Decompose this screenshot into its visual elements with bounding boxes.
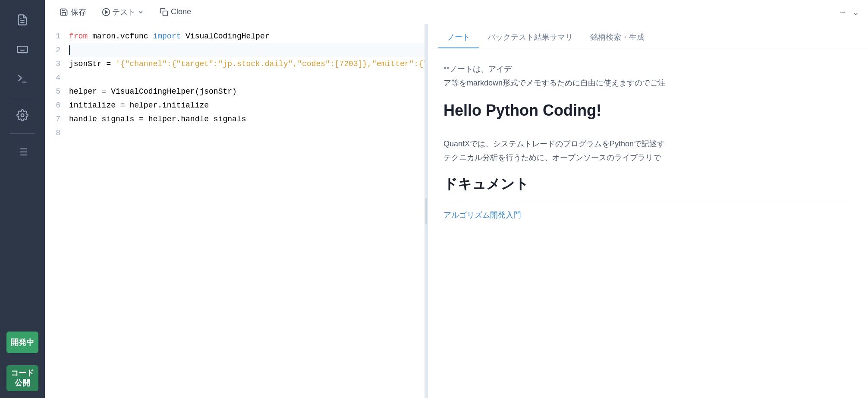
- play-icon: [102, 8, 110, 16]
- line-num-4: 4: [45, 71, 60, 85]
- code-line-4: [69, 71, 425, 85]
- two-panel: 1 2 3 4 5 6 7 8 from maron.vcfunc import: [45, 24, 868, 398]
- line-num-8: 8: [45, 126, 60, 140]
- expand-icon[interactable]: →: [838, 7, 847, 17]
- code-text: VisualCodingHelper: [181, 29, 269, 43]
- code-line-8: [69, 126, 425, 140]
- collapse-icon[interactable]: ⌄: [852, 7, 859, 17]
- right-panel: ノート バックテスト結果サマリ 銘柄検索・生成 **ノートは、アイデ ア等をma…: [428, 24, 868, 398]
- editor-panel[interactable]: 1 2 3 4 5 6 7 8 from maron.vcfunc import: [45, 24, 425, 398]
- keyword-from: from: [69, 29, 88, 43]
- right-tabs: ノート バックテスト結果サマリ 銘柄検索・生成: [428, 24, 868, 48]
- sidebar: 開発中 コード 公開: [0, 0, 45, 398]
- line-num-6: 6: [45, 98, 60, 112]
- svg-rect-2: [17, 46, 27, 53]
- save-icon: [60, 8, 68, 16]
- note-body: QuantXでは、システムトレードのプログラムをPythonで記述す テクニカル…: [443, 137, 852, 165]
- line-num-3: 3: [45, 57, 60, 71]
- test-button[interactable]: テスト: [96, 4, 150, 20]
- editor-toolbar: 保存 テスト Clone → ⌄: [45, 0, 868, 24]
- sidebar-divider-2: [9, 133, 35, 134]
- code-line-1: from maron.vcfunc import VisualCodingHel…: [69, 29, 425, 43]
- code-line-5: helper = VisualCodingHelper(jsonStr): [69, 85, 425, 98]
- clone-icon: [160, 8, 168, 16]
- clone-button[interactable]: Clone: [154, 5, 197, 19]
- code-line-2: [69, 43, 425, 57]
- code-publish-button[interactable]: コード 公開: [6, 365, 38, 391]
- save-button[interactable]: 保存: [53, 4, 92, 20]
- note-intro: **ノートは、アイデ ア等をmarkdown形式でメモするために自由に使えますの…: [443, 62, 852, 90]
- file-icon[interactable]: [9, 7, 35, 33]
- line-num-5: 5: [45, 85, 60, 98]
- tab-backtest[interactable]: バックテスト結果サマリ: [479, 27, 582, 48]
- code-text: maron.vcfunc: [88, 29, 153, 43]
- tab-notes[interactable]: ノート: [438, 27, 479, 48]
- string-value: '{"channel":{"target":"jp.stock.daily","…: [116, 57, 425, 71]
- line-num-2: 2: [45, 43, 60, 57]
- note-subheading: ドキュメント: [443, 175, 852, 194]
- line-num-7: 7: [45, 112, 60, 126]
- code-lines[interactable]: from maron.vcfunc import VisualCodingHel…: [67, 29, 425, 140]
- code-line-7: handle_signals = helper.handle_signals: [69, 112, 425, 126]
- sidebar-divider-1: [9, 97, 35, 97]
- svg-rect-13: [163, 11, 168, 16]
- algorithm-intro-link[interactable]: アルゴリズム開発入門: [443, 211, 521, 219]
- right-content: **ノートは、アイデ ア等をmarkdown形式でメモするために自由に使えますの…: [428, 48, 868, 398]
- note-heading: Hello Python Coding!: [443, 101, 852, 121]
- code-text: initialize = helper.initialize: [69, 98, 209, 112]
- svg-point-4: [21, 114, 24, 117]
- code-text: helper = VisualCodingHelper(jsonStr): [69, 85, 237, 98]
- list-icon[interactable]: [9, 139, 35, 165]
- settings-icon[interactable]: [9, 102, 35, 128]
- note-divider-1: [443, 128, 852, 128]
- terminal-icon[interactable]: [9, 66, 35, 92]
- note-divider-2: [443, 201, 852, 201]
- tab-stock-search[interactable]: 銘柄検索・生成: [582, 27, 653, 48]
- line-numbers: 1 2 3 4 5 6 7 8: [45, 29, 67, 140]
- code-line-6: initialize = helper.initialize: [69, 98, 425, 112]
- keyword-import: import: [153, 29, 181, 43]
- kaihatsu-button[interactable]: 開発中: [6, 332, 38, 353]
- code-line-3: jsonStr = '{"channel":{"target":"jp.stoc…: [69, 57, 425, 71]
- svg-marker-12: [105, 10, 107, 13]
- code-area: 1 2 3 4 5 6 7 8 from maron.vcfunc import: [45, 24, 425, 145]
- toolbar-right: → ⌄: [838, 7, 859, 17]
- code-text: jsonStr =: [69, 57, 116, 71]
- code-text: handle_signals = helper.handle_signals: [69, 112, 246, 126]
- cursor-line: [69, 45, 70, 55]
- panel-divider[interactable]: [425, 24, 428, 398]
- line-num-1: 1: [45, 29, 60, 43]
- dropdown-arrow-icon: [137, 9, 144, 16]
- keyboard-icon[interactable]: [9, 36, 35, 62]
- main-content: 保存 テスト Clone → ⌄: [45, 0, 868, 398]
